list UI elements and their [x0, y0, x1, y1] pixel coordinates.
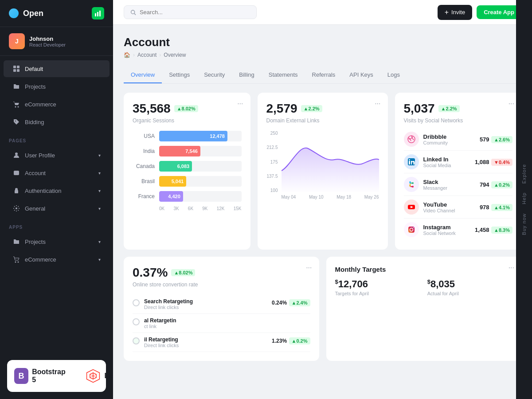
sidebar-item-projects[interactable]: Projects	[4, 78, 110, 95]
invite-button[interactable]: + Invite	[438, 5, 472, 20]
search-input[interactable]	[140, 9, 250, 16]
organic-sessions-card: ··· 35,568 ▲8.02% Organic Sessions USA 1…	[124, 93, 250, 250]
bottom-row: ··· 0.37% ▲8.02% Online store convertion…	[124, 257, 521, 361]
sidebar-item-general-label: General	[25, 205, 45, 212]
tag-icon	[12, 118, 20, 126]
bar-chart: USA 12,478 India 7,546	[133, 131, 242, 211]
svg-line-22	[134, 13, 136, 15]
grid-icon	[12, 65, 20, 73]
tab-overview[interactable]: Overview	[124, 67, 162, 83]
user-info: Johnson React Developer	[29, 35, 66, 47]
main-nav: Default Projects eCommerce Bidding	[0, 56, 113, 131]
svg-rect-6	[17, 69, 20, 72]
domain-links-badge: ▲2.2%	[301, 105, 322, 112]
sidebar-item-user-profile[interactable]: User Profile ▾	[4, 147, 110, 164]
tab-api-keys[interactable]: API Keys	[342, 67, 380, 83]
tab-settings[interactable]: Settings	[162, 67, 197, 83]
domain-links-label: Domain External Links	[266, 117, 379, 124]
svg-rect-13	[15, 190, 18, 193]
more-options-button[interactable]: ···	[375, 100, 380, 108]
bar-row-brasil: Brasil 5,041	[133, 176, 242, 187]
chart-icon[interactable]	[92, 7, 104, 20]
radio-icon	[133, 318, 140, 325]
chevron-down-icon: ▾	[98, 257, 101, 262]
svg-rect-2	[99, 11, 101, 16]
avatar: J	[9, 33, 25, 49]
main-content: + Invite Create App Account 🏠 › Account …	[113, 0, 532, 399]
more-options-button[interactable]: ···	[237, 100, 243, 108]
plus-icon: +	[445, 8, 449, 16]
targets-april-value: $12,706	[335, 278, 420, 290]
sidebar-item-bidding[interactable]: Bidding	[4, 113, 110, 130]
bar-row-india: India 7,546	[133, 146, 242, 156]
apps-nav: Projects ▾ eCommerce ▾	[0, 232, 113, 269]
sidebar-item-ecommerce-label: eCommerce	[25, 101, 56, 108]
svg-point-26	[409, 159, 410, 160]
instagram-icon	[404, 222, 419, 237]
svg-rect-1	[97, 12, 98, 16]
bootstrap-text: Bootstrap 5	[32, 368, 67, 384]
sidebar-item-bidding-label: Bidding	[25, 119, 44, 125]
logo: Open	[9, 8, 43, 18]
organic-sessions-badge: ▲8.02%	[174, 105, 198, 112]
svg-rect-4	[17, 66, 20, 68]
account-icon	[12, 169, 20, 177]
sidebar-item-default[interactable]: Default	[4, 60, 110, 77]
banner-card: B Bootstrap 5 Laravel	[7, 360, 106, 392]
svg-point-14	[16, 207, 17, 209]
tab-logs[interactable]: Logs	[380, 67, 407, 83]
metrics-row: ··· 35,568 ▲8.02% Organic Sessions USA 1…	[124, 93, 521, 250]
bar-axis: 0K3K6K9K12K15K	[133, 206, 242, 211]
explore-label[interactable]: Explore	[521, 164, 527, 184]
bootstrap-logo: B Bootstrap 5	[14, 368, 67, 384]
sidebar-logo: Open	[0, 0, 113, 27]
more-options-button[interactable]: ···	[509, 100, 514, 108]
chevron-down-icon: ▾	[98, 171, 101, 176]
social-row-dribbble: Dribbble Community 579 ▲2.6%	[404, 128, 513, 151]
linkedin-icon	[404, 154, 419, 169]
bar-row-france: France 4,420	[133, 191, 242, 202]
bar-row-usa: USA 12,478	[133, 131, 242, 141]
svg-point-10	[15, 153, 18, 155]
shop-icon	[12, 100, 20, 108]
dribbble-icon	[404, 132, 419, 147]
svg-point-16	[18, 262, 19, 263]
tab-statements[interactable]: Statements	[262, 67, 305, 83]
sidebar-item-projects-app[interactable]: Projects ▾	[4, 233, 110, 250]
tab-referrals[interactable]: Referrals	[305, 67, 343, 83]
sidebar-item-general[interactable]: General ▾	[4, 200, 110, 217]
help-label[interactable]: Help	[521, 192, 527, 204]
youtube-icon	[404, 200, 419, 215]
conversion-rate-label: Online store convertion rate	[133, 282, 310, 288]
svg-point-39	[413, 227, 414, 228]
create-app-button[interactable]: Create App	[477, 5, 521, 19]
actual-april: $8,035 Actual for April	[427, 278, 512, 296]
sidebar-item-account-label: Account	[25, 170, 46, 176]
tab-billing[interactable]: Billing	[232, 67, 262, 83]
tab-security[interactable]: Security	[197, 67, 232, 83]
radio-icon	[133, 337, 140, 344]
svg-rect-34	[411, 186, 413, 187]
conversion-card: ··· 0.37% ▲8.02% Online store convertion…	[124, 257, 319, 361]
bar-row-canada: Canada 6,083	[133, 161, 242, 172]
page-title: Account	[124, 35, 521, 49]
sidebar-item-default-label: Default	[25, 66, 43, 72]
svg-rect-30	[411, 183, 413, 184]
svg-point-15	[15, 262, 16, 263]
shop-icon	[12, 255, 20, 263]
svg-rect-25	[409, 161, 410, 164]
more-options-button[interactable]: ···	[509, 264, 514, 272]
search-box[interactable]	[124, 5, 257, 19]
sidebar-item-user-profile-label: User Profile	[25, 152, 55, 159]
sidebar-item-ecommerce-app[interactable]: eCommerce ▾	[4, 251, 110, 268]
social-row-linkedin: Linked In Social Media 1,088 ▼0.4%	[404, 151, 513, 173]
sidebar-item-ecommerce[interactable]: eCommerce	[4, 96, 110, 113]
social-visits-badge: ▲2.2%	[438, 105, 460, 112]
buy-now-label[interactable]: Buy now	[521, 213, 527, 235]
sidebar-item-authentication[interactable]: Authentication ▾	[4, 182, 110, 199]
user-icon	[12, 151, 20, 159]
sidebar-item-account[interactable]: Account ▾	[4, 164, 110, 181]
actual-april-label: Actual for April	[427, 291, 512, 296]
svg-point-9	[15, 121, 16, 121]
more-options-button[interactable]: ···	[306, 264, 312, 272]
